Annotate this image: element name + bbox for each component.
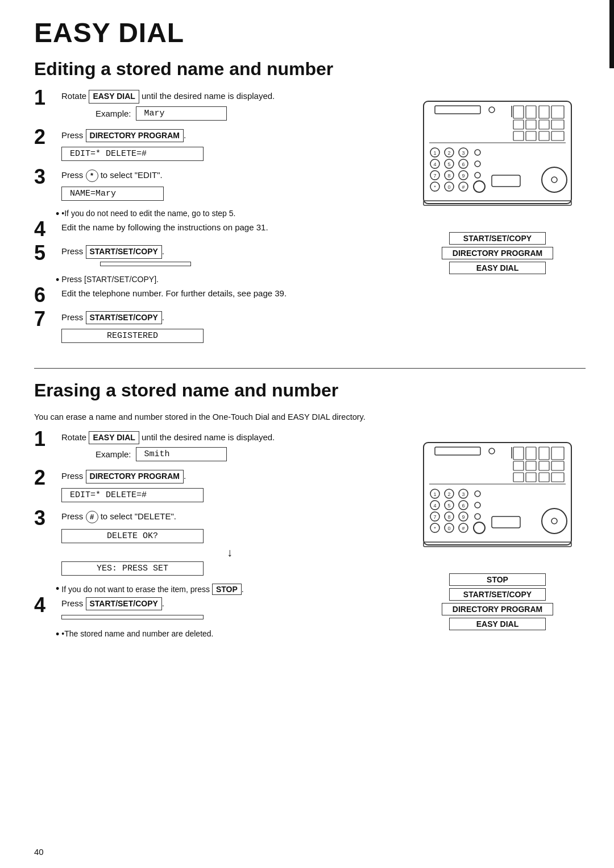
edit-step-2-text: Press DIRECTORY PROGRAM. (61, 129, 398, 143)
edit-step-5-number: 5 (34, 243, 56, 263)
erase-step-1-text: Rotate EASY DIAL until the desired name … (61, 431, 398, 445)
svg-point-51 (489, 448, 495, 454)
edit-step-3-number: 3 (34, 167, 56, 187)
svg-text:*: * (434, 184, 436, 190)
svg-text:1: 1 (433, 491, 436, 497)
edit-device-start-set-copy: START/SET/COPY (449, 232, 546, 245)
edit-step-4-number: 4 (34, 219, 56, 239)
edit-device-easy-dial: EASY DIAL (449, 262, 546, 274)
svg-rect-61 (513, 473, 524, 482)
erase-device-svg: 1 2 3 4 5 6 7 8 9 * (418, 437, 577, 568)
erase-step-3-note-text: If you do not want to erase the item, pr… (61, 584, 243, 595)
edit-step-3-text: Press * to select "EDIT". (61, 169, 398, 182)
edit-step-6-row: 6 Edit the telephone number. For further… (34, 287, 398, 305)
edit-step-1-example: Example: Mary (96, 106, 398, 121)
edit-step-5-content: Press START/SET/COPY. (61, 245, 398, 269)
erase-step-4-row: 4 Press START/SET/COPY. (34, 597, 398, 624)
edit-step-4-text: Edit the name by following the instructi… (61, 221, 398, 233)
svg-rect-13 (526, 131, 536, 140)
svg-rect-6 (539, 106, 549, 118)
svg-point-23 (475, 150, 480, 155)
svg-text:2: 2 (447, 491, 450, 497)
start-set-copy-key-e4: START/SET/COPY (86, 597, 162, 611)
erase-step-4-text: Press START/SET/COPY. (61, 597, 398, 611)
erase-device-labels: STOP START/SET/COPY DIRECTORY PROGRAM EA… (442, 573, 553, 630)
erase-step-4-content: Press START/SET/COPY. (61, 597, 398, 624)
edit-step-2-display: EDIT=* DELETE=# (61, 147, 204, 161)
edit-step-1-example-box: Mary (136, 106, 227, 121)
erase-step-4-note: • •The stored name and number are delete… (56, 629, 398, 639)
erase-steps-col: 1 Rotate EASY DIAL until the desired nam… (34, 431, 398, 642)
svg-rect-53 (513, 447, 524, 460)
edit-step-5-note: • Press [START/SET/COPY]. (56, 275, 398, 285)
svg-rect-8 (513, 120, 524, 129)
svg-point-2 (489, 107, 495, 113)
svg-text:5: 5 (447, 503, 450, 509)
svg-point-44 (474, 181, 485, 192)
erase-step-4-number: 4 (34, 595, 56, 615)
erase-step-3-arrow: ↓ (61, 545, 398, 559)
svg-rect-55 (539, 447, 549, 460)
edit-device-svg: 1 2 3 4 5 6 7 8 9 (418, 96, 577, 226)
erase-step-2-number: 2 (34, 468, 56, 488)
edit-section-title: Editing a stored name and number (34, 59, 586, 80)
start-set-copy-key-7: START/SET/COPY (86, 311, 162, 325)
svg-rect-63 (539, 473, 549, 482)
dir-prog-key-2: DIRECTORY PROGRAM (86, 129, 184, 143)
edit-step-6-number: 6 (34, 285, 56, 305)
edit-step-7-row: 7 Press START/SET/COPY. REGISTERED (34, 311, 398, 346)
edit-step-7-content: Press START/SET/COPY. REGISTERED (61, 311, 398, 346)
svg-rect-1 (435, 106, 480, 114)
svg-text:8: 8 (447, 173, 450, 179)
edit-two-col: 1 Rotate EASY DIAL until the desired nam… (34, 90, 586, 351)
erase-step-1-example-label: Example: (96, 449, 131, 459)
edit-step-6-content: Edit the telephone number. For further d… (61, 287, 398, 301)
dir-prog-key-e2: DIRECTORY PROGRAM (86, 470, 184, 483)
svg-text:4: 4 (433, 162, 436, 167)
erase-step-4-note-text: •The stored name and number are deleted. (61, 629, 213, 638)
edit-device-labels: START/SET/COPY DIRECTORY PROGRAM EASY DI… (442, 232, 553, 274)
erase-step-1-number: 1 (34, 429, 56, 449)
svg-rect-50 (435, 447, 480, 455)
svg-text:5: 5 (447, 162, 450, 167)
svg-rect-11 (551, 120, 564, 129)
svg-rect-60 (551, 461, 564, 470)
erase-step-1-example: Example: Smith (96, 447, 398, 461)
svg-text:#: # (462, 184, 464, 190)
svg-rect-57 (513, 461, 524, 470)
svg-text:6: 6 (462, 162, 464, 167)
erase-step-2-content: Press DIRECTORY PROGRAM. EDIT=* DELETE=# (61, 470, 398, 505)
edit-step-3-note: • •If you do not need to edit the name, … (56, 209, 398, 219)
svg-point-37 (475, 172, 480, 178)
svg-point-47 (551, 177, 557, 183)
erase-section: Erasing a stored name and number You can… (34, 380, 586, 642)
erase-two-col: 1 Rotate EASY DIAL until the desired nam… (34, 431, 586, 642)
erase-step-4-display (61, 615, 204, 619)
svg-text:6: 6 (462, 503, 464, 509)
hash-key: # (86, 511, 98, 523)
star-key: * (86, 170, 98, 182)
svg-rect-54 (526, 447, 536, 460)
section-divider (34, 368, 586, 369)
svg-rect-64 (551, 473, 564, 482)
edit-step-1-row: 1 Rotate EASY DIAL until the desired nam… (34, 90, 398, 123)
svg-rect-4 (513, 106, 524, 118)
edit-step-7-number: 7 (34, 309, 56, 329)
edit-section: Editing a stored name and number 1 Rotat… (34, 59, 586, 351)
edit-step-1-example-label: Example: (96, 109, 131, 118)
edit-step-1-text: Rotate EASY DIAL until the desired name … (61, 90, 398, 104)
right-border-accent (609, 0, 614, 68)
edit-step-5-example-box (100, 262, 191, 266)
svg-rect-9 (526, 120, 536, 129)
erase-device-start-set-copy: START/SET/COPY (449, 588, 546, 601)
edit-step-5-example (96, 262, 398, 266)
edit-step-5-note-text: Press [START/SET/COPY]. (61, 275, 159, 284)
edit-step-5-text: Press START/SET/COPY. (61, 245, 398, 259)
edit-step-3-display: NAME=Mary (61, 187, 164, 201)
edit-step-4-content: Edit the name by following the instructi… (61, 221, 398, 235)
edit-step-7-display: REGISTERED (61, 329, 204, 343)
svg-rect-58 (526, 461, 536, 470)
stop-key-note: STOP (212, 584, 242, 595)
edit-step-7-text: Press START/SET/COPY. (61, 311, 398, 325)
svg-point-95 (542, 509, 567, 534)
